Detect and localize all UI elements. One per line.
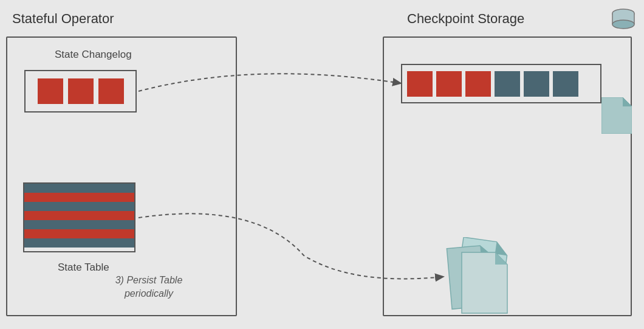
checkpoint-changelog-box (401, 64, 601, 103)
table-row (24, 238, 134, 248)
cp-red-2 (436, 71, 462, 97)
svg-marker-6 (623, 97, 632, 106)
red-square-3 (98, 78, 124, 104)
cp-red-3 (465, 71, 491, 97)
table-row (24, 211, 134, 220)
checkpoint-storage-title: Checkpoint Storage (407, 11, 524, 27)
cp-dark-3 (553, 71, 578, 97)
changelog-box (24, 70, 137, 113)
doc-group-icon (444, 237, 516, 304)
table-label: State Table (58, 261, 109, 274)
cp-dark-1 (495, 71, 520, 97)
table-row (24, 229, 134, 238)
state-table (23, 182, 135, 252)
table-row (24, 184, 134, 193)
main-container: Stateful Operator Checkpoint Storage Sta… (0, 0, 644, 329)
cp-dark-2 (524, 71, 549, 97)
table-row (24, 193, 134, 202)
stateful-operator-title: Stateful Operator (12, 11, 114, 27)
cp-red-1 (407, 71, 433, 97)
red-square-2 (68, 78, 94, 104)
table-row (24, 220, 134, 229)
database-icon (611, 7, 636, 35)
table-row (24, 202, 134, 211)
changelog-label: State Changelog (55, 49, 132, 61)
red-square-1 (38, 78, 63, 104)
persist-text: 3) Persist Tableperiodically (115, 275, 183, 299)
persist-label: 3) Persist Tableperiodically (94, 274, 204, 301)
svg-point-2 (612, 20, 634, 29)
doc-small-icon (601, 97, 632, 136)
